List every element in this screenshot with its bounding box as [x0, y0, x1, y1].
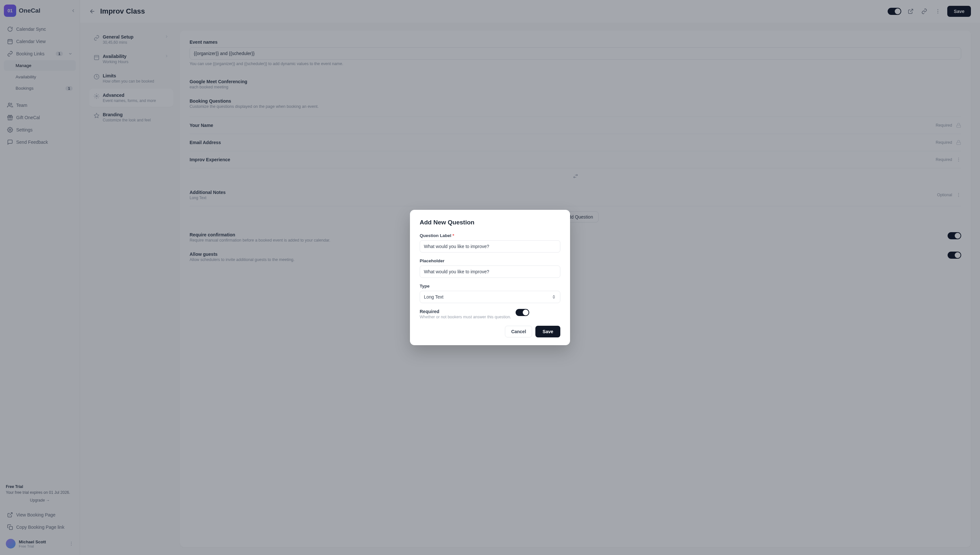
question-label-text: Question Label	[420, 233, 451, 238]
modal-save-button[interactable]: Save	[535, 326, 560, 337]
required-title: Required	[420, 309, 511, 314]
placeholder-label: Placeholder	[420, 258, 560, 263]
select-chevron-icon	[552, 295, 556, 299]
modal-title: Add New Question	[420, 219, 560, 226]
type-value: Long Text	[424, 294, 443, 300]
required-desc: Whether or not bookers must answer this …	[420, 315, 511, 319]
required-toggle[interactable]	[516, 309, 529, 316]
type-select[interactable]: Long Text	[420, 291, 560, 303]
modal-overlay[interactable]: Add New Question Question Label * Placeh…	[0, 0, 980, 555]
placeholder-input[interactable]	[420, 266, 560, 278]
type-label: Type	[420, 284, 560, 289]
question-label-input[interactable]	[420, 240, 560, 253]
add-question-modal: Add New Question Question Label * Placeh…	[410, 210, 570, 345]
required-asterisk: *	[452, 233, 454, 238]
cancel-button[interactable]: Cancel	[505, 326, 532, 337]
question-label-label: Question Label *	[420, 233, 560, 238]
